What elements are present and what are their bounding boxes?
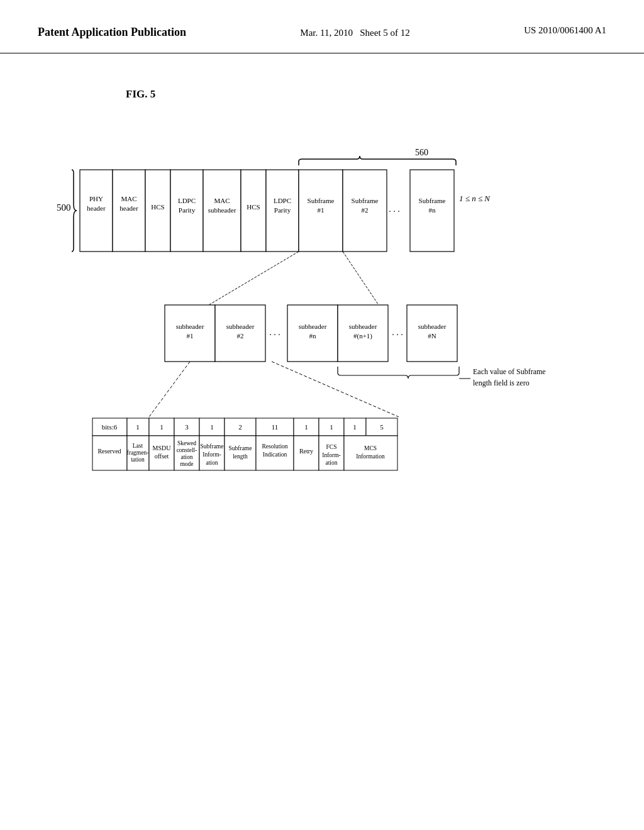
svg-text:ation: ation: [326, 460, 338, 466]
svg-text:1: 1: [330, 423, 333, 431]
svg-text:constell-: constell-: [177, 447, 197, 453]
svg-text:header: header: [119, 204, 138, 212]
svg-text:#2: #2: [237, 332, 244, 340]
svg-text:. . .: . . .: [392, 328, 403, 337]
svg-text:LDPC: LDPC: [178, 197, 196, 204]
svg-text:#n: #n: [309, 332, 317, 340]
svg-line-109: [272, 362, 399, 417]
svg-text:#N: #N: [428, 332, 436, 340]
svg-text:ation: ation: [181, 454, 193, 460]
svg-text:FCS: FCS: [326, 444, 337, 450]
header-sheet: Sheet 5 of 12: [360, 28, 410, 38]
svg-text:mode: mode: [180, 461, 193, 467]
svg-text:Information: Information: [356, 453, 385, 460]
svg-text:fragmen-: fragmen-: [127, 450, 149, 456]
svg-text:1 ≤ n ≤ N: 1 ≤ n ≤ N: [459, 194, 491, 203]
svg-text:subheader: subheader: [299, 323, 327, 330]
svg-text:MAC: MAC: [121, 195, 136, 202]
svg-text:#1: #1: [187, 332, 194, 340]
publication-title: Patent Application Publication: [38, 25, 186, 40]
svg-text:5: 5: [380, 423, 384, 431]
svg-text:Subframe: Subframe: [201, 443, 224, 450]
svg-text:#(n+1): #(n+1): [353, 332, 372, 340]
svg-text:offset: offset: [155, 453, 169, 460]
header-date-sheet: Mar. 11, 2010 Sheet 5 of 12: [300, 25, 409, 40]
svg-text:Indication: Indication: [263, 451, 287, 458]
svg-text:MAC: MAC: [214, 197, 230, 204]
svg-text:#1: #1: [318, 206, 325, 214]
svg-text:HCS: HCS: [247, 203, 260, 211]
svg-text:Last: Last: [133, 443, 143, 449]
svg-text:1: 1: [160, 423, 164, 431]
svg-text:#n: #n: [429, 206, 436, 214]
svg-line-31: [209, 252, 299, 305]
ref500-label: 500: [57, 202, 71, 213]
svg-text:Inform-: Inform-: [203, 451, 221, 458]
svg-text:LDPC: LDPC: [274, 197, 291, 204]
svg-text:length field is zero: length field is zero: [473, 379, 530, 387]
svg-text:Skewed: Skewed: [177, 440, 196, 446]
svg-text:. . .: . . .: [389, 204, 400, 214]
svg-text:tation: tation: [131, 456, 145, 463]
svg-text:Each value of Subframe: Each value of Subframe: [473, 367, 546, 376]
header-date: Mar. 11, 2010: [300, 28, 353, 38]
svg-text:Subframe: Subframe: [229, 445, 252, 451]
svg-text:Subframe: Subframe: [308, 197, 335, 204]
page-header: Patent Application Publication Mar. 11, …: [0, 0, 644, 53]
svg-text:1: 1: [136, 423, 140, 431]
svg-text:MCS: MCS: [364, 445, 377, 451]
figure-label: FIG. 5: [126, 88, 155, 101]
svg-text:bits:6: bits:6: [102, 423, 118, 431]
main-content: FIG. 5 500 PHY header MAC header HCS LDP…: [0, 53, 644, 588]
svg-line-32: [343, 252, 379, 305]
svg-text:subheader: subheader: [226, 323, 255, 330]
svg-text:PHY: PHY: [89, 195, 103, 202]
svg-text:Reserved: Reserved: [97, 448, 121, 455]
svg-text:Inform-: Inform-: [322, 452, 341, 458]
svg-text:header: header: [87, 204, 106, 212]
svg-text:2: 2: [238, 423, 242, 431]
svg-text:subheader: subheader: [176, 323, 204, 330]
svg-text:560: 560: [415, 148, 428, 157]
svg-text:MSDU: MSDU: [153, 445, 172, 451]
svg-text:subheader: subheader: [208, 206, 236, 214]
svg-text:Parity: Parity: [179, 206, 196, 214]
svg-text:HCS: HCS: [151, 203, 164, 211]
svg-rect-6: [145, 170, 170, 252]
svg-text:3: 3: [185, 423, 189, 431]
svg-text:Resolution: Resolution: [262, 443, 287, 450]
svg-rect-14: [241, 170, 266, 252]
svg-text:1: 1: [353, 423, 357, 431]
svg-text:length: length: [233, 453, 248, 460]
patent-number: US 2010/0061400 A1: [524, 25, 606, 36]
svg-text:ation: ation: [206, 460, 218, 466]
svg-text:1: 1: [304, 423, 308, 431]
brace-500: [72, 170, 77, 252]
svg-text:11: 11: [272, 423, 279, 431]
svg-text:#2: #2: [362, 206, 369, 214]
svg-text:Parity: Parity: [274, 206, 291, 214]
svg-line-108: [149, 362, 190, 417]
figure-diagram: 500 PHY header MAC header HCS LDPC Parit…: [39, 79, 618, 569]
svg-text:Subframe: Subframe: [352, 197, 379, 204]
svg-text:. . .: . . .: [269, 328, 280, 337]
svg-text:subheader: subheader: [418, 323, 447, 330]
svg-text:1: 1: [210, 423, 214, 431]
svg-text:Subframe: Subframe: [419, 197, 446, 204]
svg-text:subheader: subheader: [349, 323, 377, 330]
svg-text:Retry: Retry: [299, 448, 313, 455]
